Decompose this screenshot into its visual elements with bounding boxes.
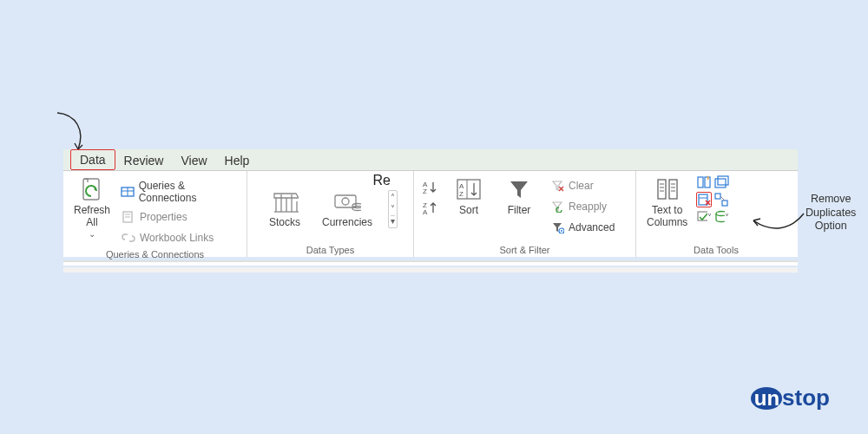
scroll-down-icon[interactable]: ˅ xyxy=(391,204,395,214)
sheet-edge xyxy=(63,267,798,273)
filter-button[interactable]: Filter xyxy=(497,174,541,218)
chevron-down-icon: ⌄ xyxy=(89,229,95,240)
consolidate-button[interactable] xyxy=(713,174,729,190)
truncated-text: Re xyxy=(373,173,391,188)
svg-rect-31 xyxy=(698,177,703,187)
svg-text:A: A xyxy=(423,208,428,216)
reapply-icon xyxy=(549,199,565,214)
chevron-down-icon: ˅ xyxy=(725,213,729,222)
svg-text:Z: Z xyxy=(459,190,464,198)
stocks-icon xyxy=(271,188,299,216)
sort-za-icon[interactable]: ZA xyxy=(421,201,440,216)
group-sort-filter: AZ ZA AZ Sort Filter Clear Reapply Advan… xyxy=(414,171,636,257)
stocks-button[interactable]: Stocks xyxy=(263,187,306,230)
properties-button[interactable]: Properties xyxy=(119,207,240,227)
advanced-button[interactable]: Advanced xyxy=(548,218,616,237)
tab-help[interactable]: Help xyxy=(216,151,259,170)
properties-icon xyxy=(121,209,136,225)
formula-bar-area xyxy=(63,260,798,266)
clear-button[interactable]: Clear xyxy=(548,176,616,195)
group-label-sortfilter: Sort & Filter xyxy=(421,243,628,255)
text-to-columns-button[interactable]: Text to Columns xyxy=(643,174,691,231)
sort-icon: AZ xyxy=(455,176,483,204)
svg-rect-24 xyxy=(669,180,677,199)
refresh-icon xyxy=(78,176,106,204)
sort-az-icon[interactable]: AZ xyxy=(421,180,440,195)
remove-duplicates-button[interactable] xyxy=(696,192,712,207)
arrow-to-remove-duplicates xyxy=(748,207,809,241)
annotation-remove-duplicates: Remove Duplicates Option xyxy=(806,193,856,233)
relationships-button[interactable] xyxy=(713,192,729,207)
manage-data-model-button[interactable]: ˅ xyxy=(713,209,729,225)
scroll-up-icon[interactable]: ˄ xyxy=(391,193,395,202)
group-queries-connections: Refresh All ⌄ Queries & Connections Prop… xyxy=(63,171,247,257)
svg-point-22 xyxy=(561,230,562,232)
clear-icon xyxy=(549,178,565,194)
sort-button[interactable]: AZ Sort xyxy=(447,174,490,218)
currencies-icon xyxy=(333,188,361,216)
svg-point-43 xyxy=(716,212,725,216)
tab-review[interactable]: Review xyxy=(115,151,173,170)
refresh-all-button[interactable]: Refresh All ⌄ xyxy=(70,174,114,241)
flash-fill-button[interactable] xyxy=(696,174,712,190)
svg-rect-39 xyxy=(715,194,720,199)
svg-text:A: A xyxy=(459,182,464,190)
group-data-types: Re Stocks Currencies ˄ ˅ ▾ xyxy=(247,171,414,257)
group-label-queries: Queries & Connections xyxy=(70,247,240,260)
workbook-links-button[interactable]: Workbook Links xyxy=(119,228,240,247)
svg-rect-34 xyxy=(718,176,728,185)
queries-connections-button[interactable]: Queries & Connections xyxy=(119,178,240,206)
filter-icon xyxy=(505,176,533,204)
advanced-icon xyxy=(549,220,565,235)
svg-rect-23 xyxy=(658,180,666,199)
unstop-logo: unstop xyxy=(751,385,830,411)
data-validation-button[interactable]: ˅ xyxy=(696,209,712,225)
svg-line-41 xyxy=(720,196,725,201)
expand-icon[interactable]: ▾ xyxy=(391,215,395,226)
group-label-datatypes: Data Types xyxy=(254,243,406,255)
chevron-down-icon: ˅ xyxy=(707,213,712,222)
group-label-datatools: Data Tools xyxy=(643,243,789,255)
svg-rect-40 xyxy=(722,201,727,206)
text-to-columns-icon xyxy=(654,176,681,204)
svg-rect-35 xyxy=(699,194,707,205)
link-icon xyxy=(121,230,136,246)
ribbon-tabs: Data Review View Help xyxy=(63,149,798,170)
queries-icon xyxy=(121,184,135,200)
tab-view[interactable]: View xyxy=(172,151,215,170)
ribbon-container: Data Review View Help Refresh All ⌄ Quer… xyxy=(63,149,798,273)
reapply-button[interactable]: Reapply xyxy=(548,197,616,216)
svg-text:Z: Z xyxy=(423,187,427,195)
refresh-all-label: Refresh All xyxy=(74,204,110,229)
svg-point-8 xyxy=(342,198,349,205)
svg-rect-33 xyxy=(715,179,726,187)
tab-data[interactable]: Data xyxy=(70,149,115,170)
currencies-button[interactable]: Currencies xyxy=(319,187,376,230)
ribbon-body: Refresh All ⌄ Queries & Connections Prop… xyxy=(63,170,798,257)
